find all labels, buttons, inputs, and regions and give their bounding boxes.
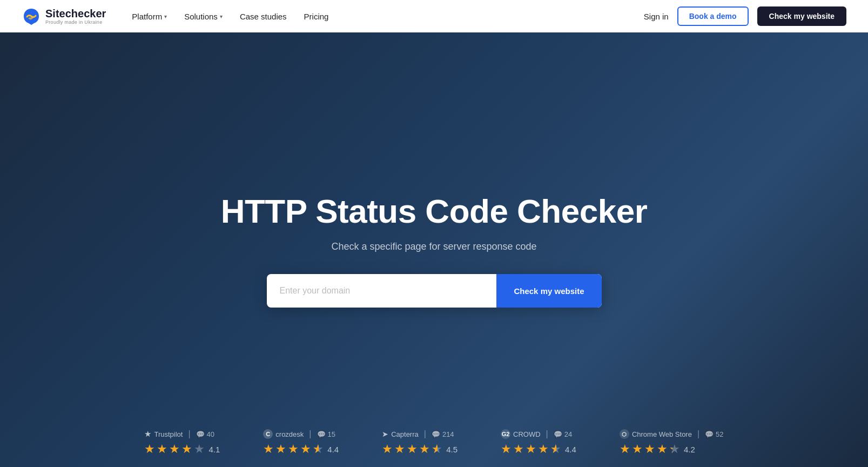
navbar: Sitechecker Proudly made in Ukraine Plat… <box>0 0 868 32</box>
chat-icon: 💬 <box>705 430 714 438</box>
nav-solutions[interactable]: Solutions ▾ <box>184 12 223 21</box>
rating-chrome-webstore: ⬡ Chrome Web Store | 💬 52 ★ ★ ★ ★ ★ ★ 4.… <box>620 429 724 456</box>
logo-link[interactable]: Sitechecker Proudly made in Ukraine <box>22 6 106 26</box>
crozdesk-count: 15 <box>328 430 335 438</box>
star-2: ★ <box>632 442 643 456</box>
chevron-down-icon: ▾ <box>164 14 167 19</box>
domain-input[interactable] <box>267 274 497 308</box>
star-3: ★ <box>169 442 180 456</box>
hero-section: HTTP Status Code Checker Check a specifi… <box>0 32 868 467</box>
hero-subtitle: Check a specific page for server respons… <box>331 241 536 252</box>
chevron-down-icon: ▾ <box>220 14 223 19</box>
star-3: ★ <box>288 442 299 456</box>
star-3: ★ <box>644 442 655 456</box>
ratings-bar: ★ Trustpilot | 💬 40 ★ ★ ★ ★ ★ 4.1 <box>0 416 868 467</box>
book-demo-button[interactable]: Book a demo <box>677 6 749 26</box>
star-1: ★ <box>501 442 512 456</box>
trustpilot-score: 4.1 <box>208 445 220 454</box>
trustpilot-count: 40 <box>207 430 214 438</box>
star-1: ★ <box>620 442 630 456</box>
sign-in-link[interactable]: Sign in <box>644 12 669 21</box>
crozdesk-icon: C <box>263 429 273 439</box>
chrome-icon: ⬡ <box>620 429 629 439</box>
star-4: ★ <box>419 442 430 456</box>
star-5: ★ ★ <box>432 442 442 456</box>
nav-platform[interactable]: Platform ▾ <box>132 12 167 21</box>
star-2: ★ <box>275 442 286 456</box>
nav-links: Platform ▾ Solutions ▾ Case studies Pric… <box>132 12 644 21</box>
chrome-score: 4.2 <box>684 445 695 454</box>
chat-icon: 💬 <box>554 430 562 438</box>
g2-icon: G2 <box>501 429 510 439</box>
rating-crozdesk: C crozdesk | 💬 15 ★ ★ ★ ★ ★ ★ 4.4 <box>263 429 339 456</box>
check-website-nav-button[interactable]: Check my website <box>757 6 846 26</box>
chat-icon: 💬 <box>196 430 205 438</box>
crowd-count: 24 <box>564 430 572 438</box>
crozdesk-score: 4.4 <box>327 445 339 454</box>
chrome-label: Chrome Web Store <box>632 430 692 438</box>
star-4: ★ <box>657 442 668 456</box>
star-3: ★ <box>526 442 536 456</box>
capterra-icon: ➤ <box>382 430 388 438</box>
star-1: ★ <box>263 442 274 456</box>
crowd-label: CROWD <box>513 430 541 438</box>
star-4: ★ <box>181 442 192 456</box>
chrome-count: 52 <box>716 430 723 438</box>
star-icon: ★ <box>144 429 151 439</box>
star-5: ★ ★ <box>669 442 680 456</box>
capterra-count: 214 <box>442 430 454 438</box>
star-2: ★ <box>157 442 167 456</box>
star-5: ★ <box>194 442 205 456</box>
star-5: ★ ★ <box>313 442 324 456</box>
check-website-button[interactable]: Check my website <box>496 274 601 308</box>
star-4: ★ <box>538 442 549 456</box>
crozdesk-label: crozdesk <box>275 430 304 438</box>
nav-case-studies[interactable]: Case studies <box>240 12 287 21</box>
rating-g2crowd: G2 CROWD | 💬 24 ★ ★ ★ ★ ★ ★ 4.4 <box>501 429 576 456</box>
logo-name: Sitechecker <box>45 8 106 19</box>
star-4: ★ <box>300 442 311 456</box>
logo-icon <box>22 6 41 26</box>
trustpilot-label: Trustpilot <box>154 430 183 438</box>
capterra-score: 4.5 <box>446 445 457 454</box>
chat-icon: 💬 <box>432 430 440 438</box>
nav-right: Sign in Book a demo Check my website <box>644 6 846 26</box>
search-box: Check my website <box>267 274 602 308</box>
rating-trustpilot: ★ Trustpilot | 💬 40 ★ ★ ★ ★ ★ 4.1 <box>144 429 220 456</box>
star-2: ★ <box>513 442 524 456</box>
star-3: ★ <box>407 442 418 456</box>
hero-title: HTTP Status Code Checker <box>221 192 648 230</box>
logo-sub: Proudly made in Ukraine <box>45 19 106 25</box>
crowd-score: 4.4 <box>565 445 576 454</box>
star-5: ★ ★ <box>550 442 561 456</box>
chat-icon: 💬 <box>317 430 326 438</box>
nav-pricing[interactable]: Pricing <box>304 12 329 21</box>
star-1: ★ <box>382 442 393 456</box>
rating-capterra: ➤ Capterra | 💬 214 ★ ★ ★ ★ ★ ★ 4.5 <box>382 429 457 456</box>
star-1: ★ <box>144 442 155 456</box>
star-2: ★ <box>394 442 405 456</box>
capterra-label: Capterra <box>391 430 419 438</box>
